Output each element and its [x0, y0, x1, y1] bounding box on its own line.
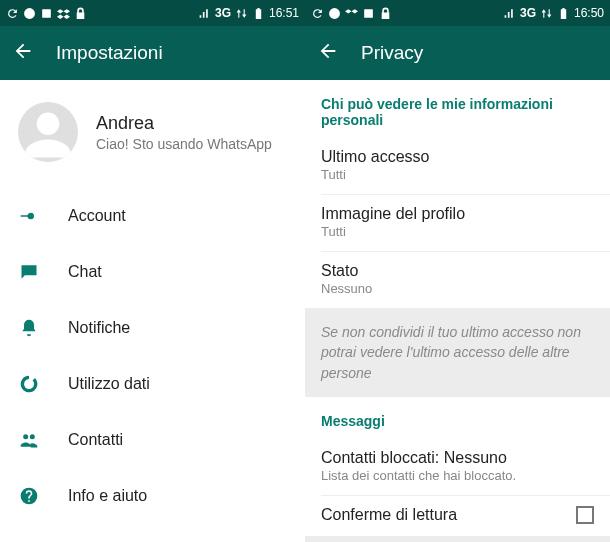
read-receipts-info: Se disattivi le conferme di lettura, non…	[305, 536, 610, 542]
menu-label: Utilizzo dati	[68, 375, 150, 393]
setting-last-seen[interactable]: Ultimo accesso Tutti	[305, 138, 610, 194]
settings-pane: 3G 16:51 Impostazioni Andrea Ciao! Sto u…	[0, 0, 305, 542]
battery-icon	[252, 7, 265, 20]
menu-item-chat[interactable]: Chat	[0, 244, 305, 300]
svg-rect-1	[42, 9, 51, 18]
svg-point-0	[24, 8, 35, 19]
last-seen-info: Se non condividi il tuo ultimo accesso n…	[305, 308, 610, 397]
app-bar: Privacy	[305, 26, 610, 80]
section-header-messages: Messaggi	[305, 397, 610, 439]
svg-point-2	[329, 8, 340, 19]
lock-icon	[74, 7, 87, 20]
clock: 16:50	[574, 6, 604, 20]
checkbox[interactable]	[576, 506, 594, 524]
refresh-icon	[311, 7, 324, 20]
image-icon	[40, 7, 53, 20]
setting-title: Ultimo accesso	[321, 148, 594, 166]
page-title: Impostazioni	[56, 42, 163, 64]
menu-item-data-usage[interactable]: Utilizzo dati	[0, 356, 305, 412]
menu-item-contacts[interactable]: Contatti	[0, 412, 305, 468]
profile-row[interactable]: Andrea Ciao! Sto usando WhatsApp	[0, 80, 305, 188]
menu-label: Notifiche	[68, 319, 130, 337]
menu-item-account[interactable]: Account	[0, 188, 305, 244]
setting-status[interactable]: Stato Nessuno	[305, 252, 610, 308]
setting-title: Contatti bloccati: Nessuno	[321, 449, 594, 467]
battery-icon	[557, 7, 570, 20]
key-icon	[19, 206, 39, 226]
arrow-left-icon	[317, 40, 339, 62]
refresh-icon	[6, 7, 19, 20]
signal-icon	[503, 7, 516, 20]
menu-item-info[interactable]: Info e aiuto	[0, 468, 305, 524]
arrow-left-icon	[12, 40, 34, 62]
person-icon	[21, 108, 75, 162]
menu-label: Account	[68, 207, 126, 225]
privacy-pane: 3G 16:50 Privacy Chi può vedere le mie i…	[305, 0, 610, 542]
menu-item-notifications[interactable]: Notifiche	[0, 300, 305, 356]
setting-value: Tutti	[321, 224, 594, 239]
telegram-icon	[328, 7, 341, 20]
menu-label: Contatti	[68, 431, 123, 449]
contacts-icon	[19, 430, 39, 450]
network-label: 3G	[215, 6, 231, 20]
back-button[interactable]	[12, 40, 34, 66]
clock: 16:51	[269, 6, 299, 20]
profile-status: Ciao! Sto usando WhatsApp	[96, 136, 272, 152]
data-icon	[540, 7, 553, 20]
avatar	[18, 102, 78, 162]
data-icon	[235, 7, 248, 20]
status-bar: 3G 16:50	[305, 0, 610, 26]
setting-title: Immagine del profilo	[321, 205, 594, 223]
setting-read-receipts[interactable]: Conferme di lettura	[305, 496, 610, 536]
profile-name: Andrea	[96, 113, 272, 134]
setting-value: Nessuno	[321, 281, 594, 296]
setting-profile-photo[interactable]: Immagine del profilo Tutti	[305, 195, 610, 251]
setting-title: Stato	[321, 262, 594, 280]
setting-blocked-contacts[interactable]: Contatti bloccati: Nessuno Lista dei con…	[305, 439, 610, 495]
help-icon	[19, 486, 39, 506]
lock-icon	[379, 7, 392, 20]
back-button[interactable]	[317, 40, 339, 66]
bell-icon	[19, 318, 39, 338]
menu-label: Chat	[68, 263, 102, 281]
dropbox-icon	[345, 7, 358, 20]
menu-label: Info e aiuto	[68, 487, 147, 505]
setting-value: Tutti	[321, 167, 594, 182]
dropbox-icon	[57, 7, 70, 20]
settings-menu: Account Chat Notifiche Utilizzo dati Con…	[0, 188, 305, 524]
chat-icon	[19, 262, 39, 282]
network-label: 3G	[520, 6, 536, 20]
setting-sub: Lista dei contatti che hai bloccato.	[321, 468, 594, 483]
image-icon	[362, 7, 375, 20]
section-header-personal: Chi può vedere le mie informazioni perso…	[305, 80, 610, 138]
page-title: Privacy	[361, 42, 423, 64]
status-bar: 3G 16:51	[0, 0, 305, 26]
telegram-icon	[23, 7, 36, 20]
setting-title: Conferme di lettura	[321, 506, 457, 524]
data-usage-icon	[19, 374, 39, 394]
signal-icon	[198, 7, 211, 20]
svg-rect-3	[364, 9, 373, 18]
app-bar: Impostazioni	[0, 26, 305, 80]
